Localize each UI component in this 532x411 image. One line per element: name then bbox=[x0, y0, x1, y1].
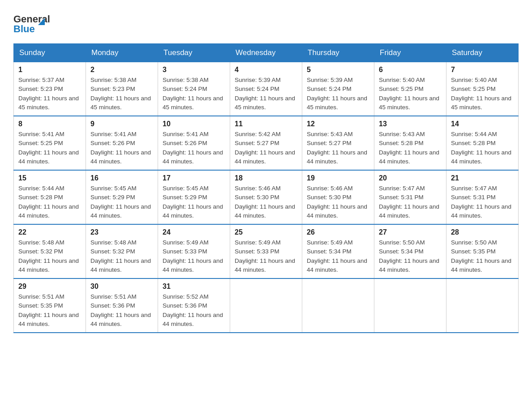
svg-text:Blue: Blue bbox=[13, 23, 35, 34]
day-number: 11 bbox=[235, 120, 297, 128]
calendar-cell: 12 Sunrise: 5:43 AM Sunset: 5:27 PM Dayl… bbox=[302, 116, 374, 170]
calendar-cell: 4 Sunrise: 5:39 AM Sunset: 5:24 PM Dayli… bbox=[230, 62, 302, 116]
day-info: Sunrise: 5:42 AM Sunset: 5:27 PM Dayligh… bbox=[235, 130, 297, 166]
day-info: Sunrise: 5:40 AM Sunset: 5:25 PM Dayligh… bbox=[451, 76, 514, 112]
calendar-cell: 24 Sunrise: 5:49 AM Sunset: 5:33 PM Dayl… bbox=[158, 224, 230, 278]
day-number: 22 bbox=[18, 228, 81, 236]
day-number: 28 bbox=[451, 228, 514, 236]
calendar-cell: 20 Sunrise: 5:47 AM Sunset: 5:31 PM Dayl… bbox=[374, 170, 446, 224]
day-number: 26 bbox=[307, 228, 369, 236]
day-info: Sunrise: 5:40 AM Sunset: 5:25 PM Dayligh… bbox=[379, 76, 442, 112]
day-number: 9 bbox=[90, 120, 153, 128]
day-number: 13 bbox=[379, 120, 442, 128]
calendar-cell: 22 Sunrise: 5:48 AM Sunset: 5:32 PM Dayl… bbox=[14, 224, 86, 278]
day-info: Sunrise: 5:38 AM Sunset: 5:24 PM Dayligh… bbox=[163, 76, 225, 112]
weekday-header: Tuesday bbox=[158, 44, 230, 62]
day-info: Sunrise: 5:52 AM Sunset: 5:36 PM Dayligh… bbox=[163, 292, 225, 329]
day-info: Sunrise: 5:50 AM Sunset: 5:34 PM Dayligh… bbox=[379, 238, 442, 274]
day-number: 27 bbox=[379, 228, 442, 236]
calendar-cell: 25 Sunrise: 5:49 AM Sunset: 5:33 PM Dayl… bbox=[230, 224, 302, 278]
day-info: Sunrise: 5:51 AM Sunset: 5:35 PM Dayligh… bbox=[18, 292, 81, 329]
day-number: 25 bbox=[235, 228, 297, 236]
calendar-week-row: 1 Sunrise: 5:37 AM Sunset: 5:23 PM Dayli… bbox=[14, 62, 519, 116]
day-info: Sunrise: 5:49 AM Sunset: 5:34 PM Dayligh… bbox=[307, 238, 369, 274]
day-number: 29 bbox=[18, 283, 81, 291]
calendar-cell bbox=[446, 278, 519, 333]
calendar-cell: 6 Sunrise: 5:40 AM Sunset: 5:25 PM Dayli… bbox=[374, 62, 446, 116]
calendar-cell: 29 Sunrise: 5:51 AM Sunset: 5:35 PM Dayl… bbox=[14, 278, 86, 333]
calendar-cell: 3 Sunrise: 5:38 AM Sunset: 5:24 PM Dayli… bbox=[158, 62, 230, 116]
day-info: Sunrise: 5:41 AM Sunset: 5:25 PM Dayligh… bbox=[18, 130, 81, 166]
day-number: 31 bbox=[163, 283, 225, 291]
calendar-cell: 28 Sunrise: 5:50 AM Sunset: 5:35 PM Dayl… bbox=[446, 224, 519, 278]
day-info: Sunrise: 5:43 AM Sunset: 5:28 PM Dayligh… bbox=[379, 130, 442, 166]
weekday-header: Saturday bbox=[446, 44, 519, 62]
day-info: Sunrise: 5:47 AM Sunset: 5:31 PM Dayligh… bbox=[379, 184, 442, 220]
page-header: General Blue bbox=[13, 9, 519, 39]
weekday-header: Wednesday bbox=[230, 44, 302, 62]
day-info: Sunrise: 5:46 AM Sunset: 5:30 PM Dayligh… bbox=[307, 184, 369, 220]
day-number: 20 bbox=[379, 174, 442, 182]
calendar-week-row: 15 Sunrise: 5:44 AM Sunset: 5:28 PM Dayl… bbox=[14, 170, 519, 224]
calendar-week-row: 29 Sunrise: 5:51 AM Sunset: 5:35 PM Dayl… bbox=[14, 278, 519, 333]
day-info: Sunrise: 5:45 AM Sunset: 5:29 PM Dayligh… bbox=[163, 184, 225, 220]
calendar-cell: 9 Sunrise: 5:41 AM Sunset: 5:26 PM Dayli… bbox=[86, 116, 158, 170]
day-number: 6 bbox=[379, 66, 442, 74]
day-info: Sunrise: 5:51 AM Sunset: 5:36 PM Dayligh… bbox=[90, 292, 153, 329]
calendar-cell: 8 Sunrise: 5:41 AM Sunset: 5:25 PM Dayli… bbox=[14, 116, 86, 170]
calendar-cell: 17 Sunrise: 5:45 AM Sunset: 5:29 PM Dayl… bbox=[158, 170, 230, 224]
day-number: 1 bbox=[18, 66, 81, 74]
calendar-cell: 21 Sunrise: 5:47 AM Sunset: 5:31 PM Dayl… bbox=[446, 170, 519, 224]
day-number: 12 bbox=[307, 120, 369, 128]
day-number: 8 bbox=[18, 120, 81, 128]
day-info: Sunrise: 5:44 AM Sunset: 5:28 PM Dayligh… bbox=[18, 184, 81, 220]
day-number: 15 bbox=[18, 174, 81, 182]
day-info: Sunrise: 5:46 AM Sunset: 5:30 PM Dayligh… bbox=[235, 184, 297, 220]
calendar-cell: 18 Sunrise: 5:46 AM Sunset: 5:30 PM Dayl… bbox=[230, 170, 302, 224]
day-info: Sunrise: 5:44 AM Sunset: 5:28 PM Dayligh… bbox=[451, 130, 514, 166]
calendar-cell: 26 Sunrise: 5:49 AM Sunset: 5:34 PM Dayl… bbox=[302, 224, 374, 278]
day-info: Sunrise: 5:45 AM Sunset: 5:29 PM Dayligh… bbox=[90, 184, 153, 220]
calendar-cell: 5 Sunrise: 5:39 AM Sunset: 5:24 PM Dayli… bbox=[302, 62, 374, 116]
calendar-cell: 13 Sunrise: 5:43 AM Sunset: 5:28 PM Dayl… bbox=[374, 116, 446, 170]
weekday-header: Friday bbox=[374, 44, 446, 62]
calendar-cell bbox=[374, 278, 446, 333]
day-number: 19 bbox=[307, 174, 369, 182]
day-number: 3 bbox=[163, 66, 225, 74]
calendar-cell: 31 Sunrise: 5:52 AM Sunset: 5:36 PM Dayl… bbox=[158, 278, 230, 333]
day-number: 2 bbox=[90, 66, 153, 74]
calendar-cell: 27 Sunrise: 5:50 AM Sunset: 5:34 PM Dayl… bbox=[374, 224, 446, 278]
day-info: Sunrise: 5:39 AM Sunset: 5:24 PM Dayligh… bbox=[307, 76, 369, 112]
calendar-cell: 11 Sunrise: 5:42 AM Sunset: 5:27 PM Dayl… bbox=[230, 116, 302, 170]
calendar-week-row: 22 Sunrise: 5:48 AM Sunset: 5:32 PM Dayl… bbox=[14, 224, 519, 278]
day-number: 4 bbox=[235, 66, 297, 74]
day-number: 18 bbox=[235, 174, 297, 182]
day-number: 7 bbox=[451, 66, 514, 74]
day-info: Sunrise: 5:49 AM Sunset: 5:33 PM Dayligh… bbox=[163, 238, 225, 274]
calendar-cell: 1 Sunrise: 5:37 AM Sunset: 5:23 PM Dayli… bbox=[14, 62, 86, 116]
day-info: Sunrise: 5:38 AM Sunset: 5:23 PM Dayligh… bbox=[90, 76, 153, 112]
weekday-header: Thursday bbox=[302, 44, 374, 62]
calendar-cell: 16 Sunrise: 5:45 AM Sunset: 5:29 PM Dayl… bbox=[86, 170, 158, 224]
calendar-cell bbox=[230, 278, 302, 333]
day-number: 30 bbox=[90, 283, 153, 291]
day-number: 23 bbox=[90, 228, 153, 236]
weekday-header: Monday bbox=[86, 44, 158, 62]
calendar-cell: 19 Sunrise: 5:46 AM Sunset: 5:30 PM Dayl… bbox=[302, 170, 374, 224]
calendar-cell: 7 Sunrise: 5:40 AM Sunset: 5:25 PM Dayli… bbox=[446, 62, 519, 116]
day-number: 17 bbox=[163, 174, 225, 182]
calendar-cell: 10 Sunrise: 5:41 AM Sunset: 5:26 PM Dayl… bbox=[158, 116, 230, 170]
day-number: 14 bbox=[451, 120, 514, 128]
day-info: Sunrise: 5:47 AM Sunset: 5:31 PM Dayligh… bbox=[451, 184, 514, 220]
day-info: Sunrise: 5:48 AM Sunset: 5:32 PM Dayligh… bbox=[90, 238, 153, 274]
day-info: Sunrise: 5:43 AM Sunset: 5:27 PM Dayligh… bbox=[307, 130, 369, 166]
day-info: Sunrise: 5:41 AM Sunset: 5:26 PM Dayligh… bbox=[90, 130, 153, 166]
day-info: Sunrise: 5:39 AM Sunset: 5:24 PM Dayligh… bbox=[235, 76, 297, 112]
weekday-header-row: SundayMondayTuesdayWednesdayThursdayFrid… bbox=[14, 44, 519, 62]
weekday-header: Sunday bbox=[14, 44, 86, 62]
day-info: Sunrise: 5:49 AM Sunset: 5:33 PM Dayligh… bbox=[235, 238, 297, 274]
calendar-cell: 23 Sunrise: 5:48 AM Sunset: 5:32 PM Dayl… bbox=[86, 224, 158, 278]
day-number: 24 bbox=[163, 228, 225, 236]
calendar-table: SundayMondayTuesdayWednesdayThursdayFrid… bbox=[13, 43, 519, 333]
day-number: 16 bbox=[90, 174, 153, 182]
